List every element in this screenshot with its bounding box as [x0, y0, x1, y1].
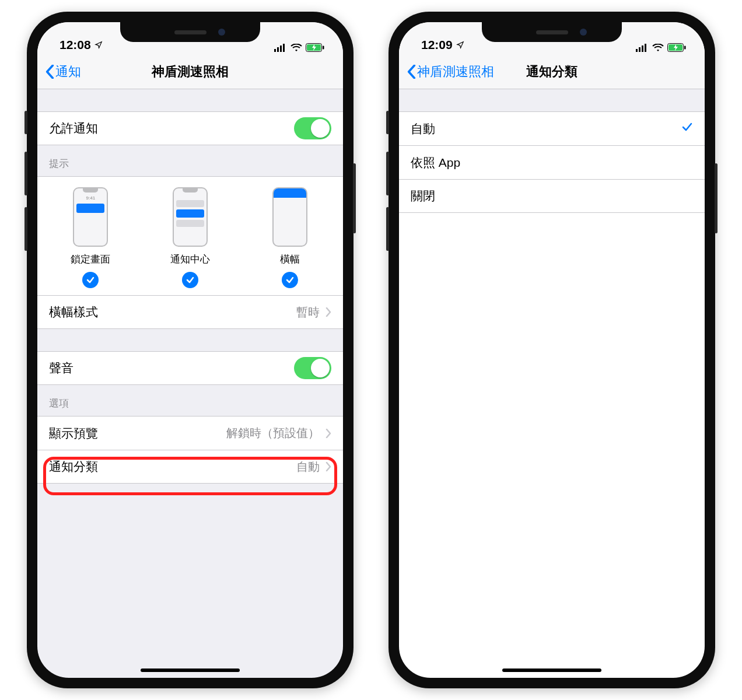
show-preview-value: 解鎖時（預設值）: [226, 425, 320, 441]
svg-rect-8: [639, 47, 640, 52]
grouping-option-auto[interactable]: 自動: [399, 111, 705, 145]
alert-option-checkbox[interactable]: [282, 272, 298, 288]
volume-down-button: [24, 207, 27, 251]
svg-rect-10: [645, 44, 646, 52]
notification-center-preview-icon: [173, 187, 208, 247]
power-button: [715, 163, 718, 233]
back-button[interactable]: 通知: [46, 63, 81, 80]
svg-rect-13: [684, 46, 686, 50]
location-icon: [94, 41, 103, 49]
battery-charging-icon: [667, 43, 686, 52]
sound-row[interactable]: 聲音: [37, 351, 343, 385]
alerts-section-header: 提示: [37, 145, 343, 176]
checkmark-icon: [681, 121, 693, 136]
alert-option-notification-center[interactable]: 通知中心: [141, 187, 240, 288]
chevron-right-icon: [326, 429, 331, 438]
svg-rect-7: [636, 49, 638, 52]
sound-label: 聲音: [49, 360, 294, 376]
banner-style-row[interactable]: 橫幅樣式 暫時: [37, 295, 343, 329]
show-preview-row[interactable]: 顯示預覽 解鎖時（預設值）: [37, 416, 343, 450]
alert-option-lockscreen[interactable]: 9:41 鎖定畫面: [41, 187, 141, 288]
status-time: 12:09: [421, 38, 453, 52]
page-title: 神盾測速照相: [37, 63, 343, 80]
sound-toggle[interactable]: [294, 357, 331, 379]
options-section-header: 選項: [37, 385, 343, 416]
back-label: 通知: [55, 63, 81, 80]
silence-switch: [386, 111, 389, 134]
power-button: [353, 163, 356, 233]
alert-option-checkbox[interactable]: [182, 272, 198, 288]
location-icon: [456, 41, 464, 49]
svg-rect-2: [280, 46, 282, 52]
grouping-option-off[interactable]: 關閉: [399, 179, 705, 213]
wifi-icon: [290, 44, 302, 52]
svg-rect-9: [642, 46, 643, 52]
banner-preview-icon: [272, 187, 307, 247]
grouping-option-by-app[interactable]: 依照 App: [399, 145, 705, 179]
back-button[interactable]: 神盾測速照相: [407, 63, 494, 80]
battery-charging-icon: [306, 43, 324, 52]
home-indicator[interactable]: [502, 668, 601, 672]
navigation-bar: 神盾測速照相 通知分類: [399, 54, 705, 89]
alert-option-label: 鎖定畫面: [71, 253, 110, 266]
chevron-left-icon: [46, 65, 54, 79]
alert-option-label: 通知中心: [170, 253, 210, 266]
grouping-option-label: 依照 App: [411, 155, 693, 171]
show-preview-label: 顯示預覽: [49, 425, 226, 442]
volume-up-button: [24, 152, 27, 195]
notification-grouping-value: 自動: [296, 459, 320, 475]
allow-notifications-row[interactable]: 允許通知: [37, 111, 343, 145]
alert-option-banner[interactable]: 橫幅: [240, 187, 340, 288]
chevron-left-icon: [407, 65, 416, 79]
notification-grouping-label: 通知分類: [49, 459, 296, 475]
svg-rect-1: [277, 47, 279, 52]
phone-mockup-left: 12:08: [27, 12, 354, 688]
grouping-option-label: 關閉: [411, 188, 693, 204]
allow-notifications-toggle[interactable]: [294, 117, 331, 139]
chevron-right-icon: [326, 307, 331, 317]
chevron-right-icon: [326, 462, 331, 471]
navigation-bar: 通知 神盾測速照相: [37, 54, 343, 89]
allow-notifications-label: 允許通知: [49, 120, 294, 136]
lockscreen-preview-icon: 9:41: [73, 187, 108, 247]
status-time: 12:08: [60, 38, 91, 52]
cellular-signal-icon: [274, 44, 287, 52]
banner-style-label: 橫幅樣式: [49, 304, 296, 320]
svg-rect-0: [274, 49, 276, 52]
home-indicator[interactable]: [141, 668, 240, 672]
notification-grouping-row[interactable]: 通知分類 自動: [37, 450, 343, 484]
notch: [120, 22, 260, 42]
alert-option-label: 橫幅: [280, 253, 300, 266]
svg-rect-6: [323, 46, 324, 50]
volume-down-button: [386, 207, 389, 251]
banner-style-value: 暫時: [296, 304, 320, 320]
grouping-option-label: 自動: [411, 121, 681, 137]
wifi-icon: [652, 44, 664, 52]
silence-switch: [24, 111, 27, 134]
volume-up-button: [386, 152, 389, 195]
phone-mockup-right: 12:09: [388, 12, 715, 688]
back-label: 神盾測速照相: [417, 63, 494, 80]
svg-rect-3: [283, 44, 285, 52]
cellular-signal-icon: [636, 44, 649, 52]
notch: [482, 22, 622, 42]
alert-styles-row: 9:41 鎖定畫面 通知中心: [37, 176, 343, 295]
alert-option-checkbox[interactable]: [82, 272, 99, 288]
